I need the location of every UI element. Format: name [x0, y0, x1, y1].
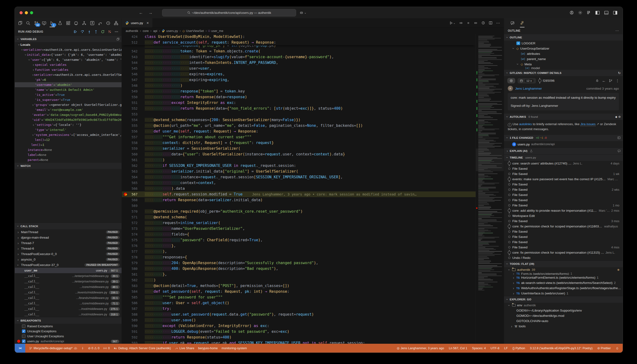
outline-item[interactable]: ›◇Meta	[504, 62, 623, 67]
code-line[interactable]: 589············user.save()	[122, 317, 476, 323]
variable-row[interactable]: 'is_superuser' = True	[15, 97, 122, 102]
more-actions-icon[interactable]: ⋯	[615, 28, 619, 33]
close-window-button[interactable]	[20, 11, 23, 14]
code-line[interactable]: 591············LOGGER.debug(event="Faile…	[122, 329, 476, 334]
gutter[interactable]: 589	[122, 318, 145, 322]
timeline-item[interactable]: File Saved	[504, 182, 623, 187]
status-blame[interactable]: ◎Jens Langhammer, 3 years ago	[397, 346, 444, 350]
variable-row[interactable]: parent = None	[15, 157, 122, 162]
breadcrumb-item-userviewset[interactable]: ◇UserViewSet	[182, 29, 204, 33]
step-out-button[interactable]	[94, 30, 98, 34]
code-line[interactable]: 587········try:	[122, 306, 476, 312]
gutter[interactable]: 552	[122, 106, 145, 110]
code-line[interactable]: 558········context: dict[str, Request] =…	[122, 140, 476, 146]
breakpoint-row[interactable]: User Uncaught Exceptions	[15, 334, 122, 339]
code-line[interactable]: 583····@action(detail=True, methods=["PO…	[122, 283, 476, 289]
variable-row[interactable]: ›initial_data = {'user': {'pk': 6, 'user…	[15, 52, 122, 57]
code-line[interactable]: 573············name="UserPasswordSetSeri…	[122, 226, 476, 232]
twistie-icon[interactable]: ›	[512, 292, 515, 295]
variable-row[interactable]: ›special variables	[15, 62, 122, 67]
run-python-file-button[interactable]: ⌄	[450, 21, 455, 25]
status-live-share[interactable]: Live Share	[175, 346, 194, 350]
disconnect-button[interactable]	[108, 30, 112, 34]
settings-gear-icon[interactable]	[578, 10, 582, 15]
variable-row[interactable]: 'avatar' = 'data:image/svg+xml;base64,PH…	[15, 112, 122, 117]
gutter[interactable]: 544	[122, 61, 145, 64]
gutter[interactable]: 548	[122, 84, 145, 88]
thread-row[interactable]: ›ThreadPoolExecutor-0_0PAUSED	[15, 251, 122, 257]
twistie-icon[interactable]: ›	[17, 247, 20, 250]
twistie-icon[interactable]: ›	[32, 68, 35, 72]
code-line[interactable]: 545····················user=user,	[122, 66, 476, 71]
stack-frame-row[interactable]: __call__.../core/middleware.py48:1	[15, 284, 122, 290]
stack-frame-row[interactable]: __call__.../events/middleware.py156:1	[15, 290, 122, 295]
twistie-icon[interactable]: ›	[510, 324, 513, 328]
gutter[interactable]: 551	[122, 101, 145, 105]
continue-button[interactable]	[74, 30, 77, 34]
timer-icon[interactable]	[481, 21, 485, 25]
commit-files-chip[interactable]: 12 ±	[518, 78, 536, 84]
twistie-icon[interactable]: ›	[17, 258, 20, 262]
variable-row[interactable]: label = None	[15, 152, 122, 157]
activity-item-gitlens[interactable]	[80, 19, 88, 27]
thread-row[interactable]: ›ThreadPoolExecutor-37_0PAUSED ON BREAKP…	[15, 262, 122, 268]
code-editor[interactable]: 424class UserViewSet(UsedByMixin, ModelV…	[122, 34, 476, 344]
gutter[interactable]: 559	[122, 146, 145, 150]
code-line[interactable]: 552················return Response(data=…	[122, 106, 476, 111]
twistie-icon[interactable]: ›	[28, 59, 31, 60]
timeline-header[interactable]: ›TIMELINE users.py	[504, 154, 623, 161]
minimap[interactable]	[476, 34, 504, 344]
gutter[interactable]: 555	[122, 124, 145, 128]
revert-change-icon[interactable]	[466, 21, 470, 25]
kebab-menu-icon[interactable]: ⋮	[616, 78, 619, 83]
gutter[interactable]: 571	[122, 215, 145, 219]
code-line[interactable]: 588············user.set_password(request…	[122, 312, 476, 317]
todos-root-row[interactable]: ›authentik39	[504, 267, 623, 272]
code-line[interactable]: 556····def user_me(self, request: Reques…	[122, 128, 476, 134]
code-line[interactable]: 562········if SESSION_KEY_IMPERSONATE_US…	[122, 163, 476, 168]
status-prettier[interactable]: ⊘ Prettier	[598, 346, 611, 350]
commit-search-chip[interactable]	[507, 78, 515, 84]
twistie-icon[interactable]: ›	[17, 236, 20, 240]
code-line[interactable]: 557········"""Get information about curr…	[122, 134, 476, 140]
breadcrumb-item-authentik[interactable]: authentik	[126, 29, 138, 33]
status-remote-indicator[interactable]: ><	[15, 344, 25, 352]
code-line[interactable]: 566············).data	[122, 186, 476, 192]
gutter[interactable]: 577	[122, 250, 145, 254]
restart-button[interactable]	[101, 30, 105, 34]
go-env-row[interactable]: ›envauthentik	[504, 303, 623, 308]
code-line[interactable]: 564················instance=request._req…	[122, 174, 476, 180]
activity-item-hierarchy[interactable]	[112, 19, 120, 27]
commit-author-link[interactable]: Jens Langhammer	[515, 87, 542, 90]
command-center-search[interactable]: ~/dev/authentik/authentik/core/api/users…	[162, 9, 296, 16]
code-line[interactable]: 547····················expiring=expiring…	[122, 77, 476, 83]
twistie-icon[interactable]: ›	[32, 63, 35, 67]
twistie-icon[interactable]: ›	[512, 281, 515, 285]
gutter[interactable]: 547	[122, 78, 145, 82]
status-monitoring[interactable]: monitoring-system	[222, 346, 247, 350]
variable-row[interactable]: 'username' = 'akadmin'	[15, 82, 122, 87]
code-line[interactable]: 593········if user.pk == request.user.pk…	[122, 340, 476, 344]
autolink-add-icon[interactable]: ◆	[615, 115, 617, 118]
copy-value-icon[interactable]	[116, 38, 120, 41]
twistie-icon[interactable]: ›	[32, 73, 34, 77]
gutter[interactable]: 512	[122, 40, 145, 44]
back-icon[interactable]: ←	[602, 79, 606, 83]
thread-row[interactable]: ›asyncio_0PAUSED	[15, 257, 122, 262]
timeline-item[interactable]: File Saved	[504, 240, 623, 245]
code-line[interactable]: ▶567········self.request.session.modifie…	[122, 192, 476, 197]
code-line[interactable]: 570····@permission_required(obj_perm="au…	[122, 208, 476, 214]
variable-row[interactable]: ›function variables	[15, 67, 122, 72]
timeline-item[interactable]: File Saved4 mos	[504, 245, 623, 250]
outline-view-icon[interactable]	[520, 18, 524, 28]
timeline-item[interactable]: File Saved	[504, 192, 623, 198]
gutter[interactable]: 424	[122, 35, 145, 38]
variable-row[interactable]: 'name' = 'authentik Default Admin'	[15, 87, 122, 92]
gutter[interactable]: 550	[122, 95, 145, 99]
activity-item-remote-explorer[interactable]	[41, 19, 48, 27]
todos-header[interactable]: ›TODOS: FLAT (39)	[504, 260, 623, 267]
gutter[interactable]: 576	[122, 244, 145, 248]
thread-row[interactable]: ›Thread-7PAUSED	[15, 240, 122, 246]
twistie-icon[interactable]: ›	[32, 103, 34, 107]
twistie-icon[interactable]: ›	[17, 230, 20, 234]
